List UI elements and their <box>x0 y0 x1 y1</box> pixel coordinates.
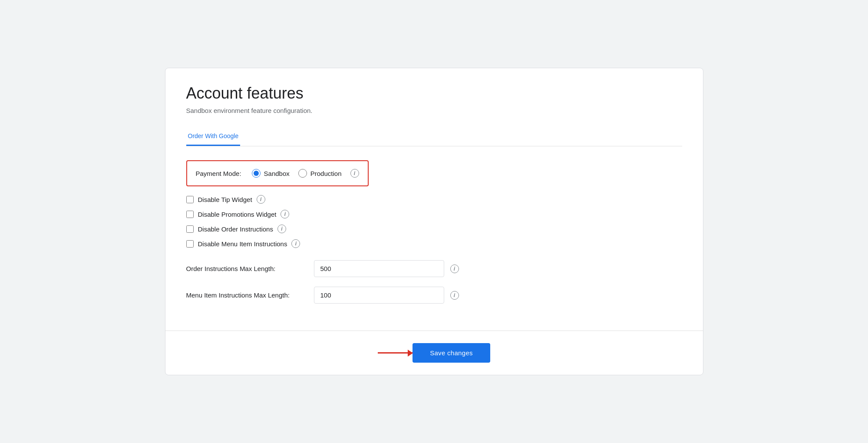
tabs-bar: Order With Google <box>186 128 682 146</box>
disable-promotions-row: Disable Promotions Widget i <box>186 210 682 218</box>
order-instructions-max-input[interactable] <box>314 260 444 277</box>
checkboxes-section: Disable Tip Widget i Disable Promotions … <box>186 195 682 248</box>
page-title: Account features <box>186 84 682 102</box>
disable-promotions-label: Disable Promotions Widget <box>198 211 277 218</box>
disable-menu-instructions-info-icon[interactable]: i <box>291 239 300 248</box>
payment-mode-radio-group: Sandbox Production i <box>252 169 359 178</box>
order-instructions-max-row: Order Instructions Max Length: i <box>186 260 682 277</box>
disable-tip-label: Disable Tip Widget <box>198 196 252 203</box>
menu-instructions-max-label: Menu Item Instructions Max Length: <box>186 291 308 299</box>
payment-mode-info-icon[interactable]: i <box>350 169 359 178</box>
card-footer: Save changes <box>165 331 703 375</box>
sandbox-radio-option[interactable]: Sandbox <box>252 169 290 178</box>
disable-order-instructions-row: Disable Order Instructions i <box>186 225 682 233</box>
disable-menu-instructions-row: Disable Menu Item Instructions i <box>186 239 682 248</box>
account-features-card: Account features Sandbox environment fea… <box>165 68 703 375</box>
save-changes-button[interactable]: Save changes <box>413 343 490 363</box>
menu-instructions-max-info-icon[interactable]: i <box>450 291 459 300</box>
disable-promotions-checkbox[interactable] <box>186 211 194 218</box>
sandbox-radio-input[interactable] <box>252 169 261 178</box>
disable-tip-checkbox[interactable] <box>186 196 194 203</box>
payment-mode-box: Payment Mode: Sandbox Production i <box>186 160 369 186</box>
arrow-decoration <box>378 352 413 354</box>
disable-promotions-info-icon[interactable]: i <box>281 210 289 218</box>
menu-instructions-max-row: Menu Item Instructions Max Length: i <box>186 287 682 304</box>
menu-instructions-max-input[interactable] <box>314 287 444 304</box>
order-instructions-max-info-icon[interactable]: i <box>450 264 459 273</box>
payment-mode-label: Payment Mode: <box>196 170 241 177</box>
page-subtitle: Sandbox environment feature configuratio… <box>186 107 682 114</box>
disable-order-instructions-checkbox[interactable] <box>186 225 194 233</box>
disable-tip-row: Disable Tip Widget i <box>186 195 682 204</box>
disable-menu-instructions-checkbox[interactable] <box>186 240 194 248</box>
disable-order-instructions-info-icon[interactable]: i <box>277 225 286 233</box>
disable-tip-info-icon[interactable]: i <box>257 195 265 204</box>
production-radio-option[interactable]: Production <box>298 169 342 178</box>
card-body: Account features Sandbox environment fea… <box>165 68 703 331</box>
order-instructions-max-label: Order Instructions Max Length: <box>186 265 308 272</box>
sandbox-radio-label: Sandbox <box>264 170 290 177</box>
production-radio-label: Production <box>310 170 342 177</box>
disable-order-instructions-label: Disable Order Instructions <box>198 225 273 233</box>
tab-order-with-google[interactable]: Order With Google <box>186 128 241 146</box>
production-radio-input[interactable] <box>298 169 307 178</box>
disable-menu-instructions-label: Disable Menu Item Instructions <box>198 240 287 248</box>
arrow-container <box>378 352 413 354</box>
footer-content: Save changes <box>378 343 490 363</box>
